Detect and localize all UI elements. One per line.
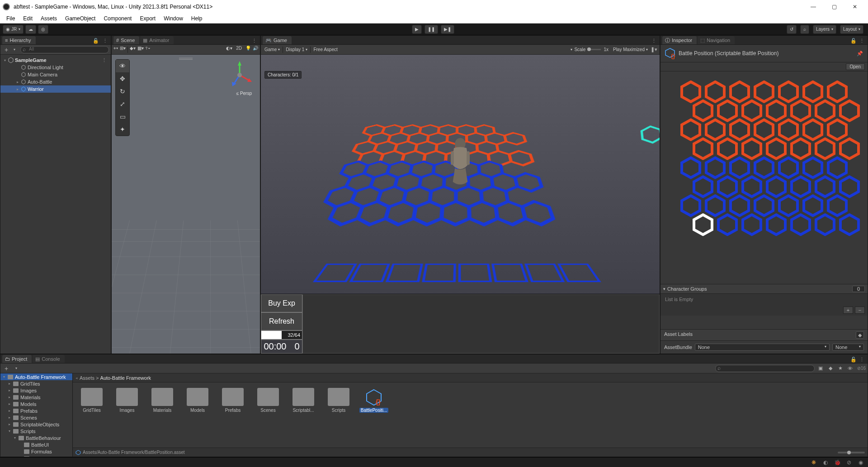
hex-cell[interactable] (814, 137, 836, 160)
asset-folder[interactable]: GridTiles (78, 388, 105, 413)
menu-assets[interactable]: Assets (37, 14, 61, 23)
search-by-label-icon[interactable]: ◆ (826, 365, 835, 372)
cache-server-icon[interactable]: ⊘ (845, 459, 853, 466)
close-button[interactable]: ✕ (844, 0, 865, 13)
scene-view[interactable]: 👁 ✥ ↻ ⤢ ▭ ✦ (112, 55, 260, 354)
pivot-toggle[interactable]: ⌖▾ (113, 46, 118, 54)
menu-help[interactable]: Help (188, 14, 206, 23)
tab-navigation[interactable]: ⬚Navigation (698, 36, 735, 44)
thumbnail-size-slider[interactable] (838, 452, 865, 453)
buy-exp-button[interactable]: Buy Exp (261, 294, 302, 312)
project-tree-item[interactable]: ▸Materials (0, 394, 72, 401)
asset-bundle-dropdown[interactable]: None▾ (695, 344, 830, 351)
hex-cell[interactable] (741, 99, 763, 122)
hex-cell[interactable] (838, 175, 861, 198)
hidden-packages-icon[interactable]: 👁 (846, 365, 854, 372)
hex-cell[interactable] (814, 175, 836, 198)
asset-folder[interactable]: Scriptabl... (290, 388, 317, 413)
menu-export[interactable]: Export (136, 14, 159, 23)
hex-cell[interactable] (765, 213, 788, 236)
tab-hierarchy[interactable]: ≡Hierarchy (2, 36, 36, 44)
pause-button[interactable]: ❚❚ (425, 25, 438, 34)
asset-folder[interactable]: Materials (149, 388, 176, 413)
asset-scriptable-object[interactable]: {}BattlePositi... (360, 388, 387, 413)
menu-component[interactable]: Component (100, 14, 135, 23)
scene-row[interactable]: ▾ SampleGame ⋮ (0, 57, 111, 64)
draw-mode-dropdown[interactable]: ◐▾ (226, 46, 232, 54)
project-create-button[interactable]: + (2, 365, 10, 372)
asset-folder[interactable]: Prefabs (219, 388, 246, 413)
tab-game[interactable]: 🎮Game (263, 36, 292, 44)
hex-cell[interactable] (692, 213, 714, 236)
shop-area[interactable] (302, 294, 660, 354)
maximize-button[interactable]: ▢ (824, 0, 844, 13)
hierarchy-search[interactable]: All (20, 46, 109, 53)
asset-folder[interactable]: Images (113, 388, 141, 413)
inspector-lock-icon[interactable]: 🔓 (849, 37, 858, 44)
hierarchy-item[interactable]: ▸ Auto-Battle (0, 78, 111, 85)
menu-file[interactable]: File (3, 14, 19, 23)
game-view-dropdown[interactable]: Game▾ (263, 47, 282, 52)
character-groups-header[interactable]: ▾ Character Groups 0 (660, 284, 868, 294)
undo-history-button[interactable]: ↺ (787, 25, 797, 34)
scene-tab-menu-icon[interactable]: ⋮ (250, 37, 258, 44)
account-dropdown[interactable]: ◉JR▾ (3, 25, 24, 34)
project-tree-item[interactable]: ▾BattleBehaviour (0, 434, 72, 441)
hierarchy-item[interactable]: ▸ Warrior (0, 85, 111, 93)
menu-gameobject[interactable]: GameObject (61, 14, 99, 23)
asset-bundle-variant-dropdown[interactable]: None▾ (832, 344, 864, 351)
breadcrumb[interactable]: ◂ Assets > Auto-Battle Framework (73, 373, 868, 382)
chevron-down-icon[interactable]: ▾ (12, 365, 20, 372)
scene-menu-icon[interactable]: ⋮ (100, 57, 108, 64)
inspector-menu-icon[interactable]: ⋮ (858, 37, 866, 44)
view-tool[interactable]: 👁 (116, 60, 129, 72)
snap-increment[interactable]: ⫯▾ (146, 46, 150, 54)
hex-cell[interactable] (789, 213, 812, 236)
hex-cell[interactable] (692, 175, 714, 198)
orientation-gizmo[interactable] (224, 59, 255, 91)
project-tree-item[interactable]: Fusion (0, 455, 72, 457)
hex-cell[interactable] (789, 99, 812, 122)
hex-cell[interactable] (789, 137, 812, 160)
hex-cell[interactable] (838, 213, 861, 236)
project-lock-icon[interactable]: 🔓 (849, 356, 858, 363)
open-asset-button[interactable]: Open (846, 63, 865, 70)
asset-folder[interactable]: Scripts (325, 388, 352, 413)
game-tab-menu-icon[interactable]: ⋮ (650, 37, 658, 44)
layout-dropdown[interactable]: Layout▾ (840, 25, 863, 34)
project-menu-icon[interactable]: ⋮ (858, 356, 866, 363)
tab-project[interactable]: 🗀Project (2, 355, 32, 363)
display-dropdown[interactable]: Display 1▾ (284, 47, 309, 52)
list-remove-button[interactable]: − (855, 307, 865, 314)
hex-cell[interactable] (741, 213, 763, 236)
refresh-button[interactable]: Refresh (261, 312, 302, 330)
list-add-button[interactable]: + (843, 307, 853, 314)
hex-cell[interactable] (716, 175, 739, 198)
project-tree[interactable]: ▾Auto-Battle Framework▸GridTiles▸Images▸… (0, 373, 73, 457)
hex-cell[interactable] (692, 99, 714, 122)
hierarchy-create-button[interactable]: + (2, 46, 10, 53)
project-tree-item[interactable]: BattleUI (0, 441, 72, 448)
cloud-button[interactable]: ☁ (25, 25, 36, 34)
project-tree-item[interactable]: Formulas (0, 448, 72, 455)
services-button[interactable]: ◎ (38, 25, 48, 34)
game-settings-icon[interactable]: ❚▾ (650, 46, 658, 53)
hierarchy-lock-icon[interactable]: 🔓 (92, 37, 100, 44)
project-tree-item[interactable]: ▸GridTiles (0, 380, 72, 387)
scene-light-toggle[interactable]: 💡 (245, 46, 251, 54)
asset-grid[interactable]: GridTilesImagesMaterialsModelsPrefabsSce… (73, 382, 868, 448)
asset-folder[interactable]: Scenes (255, 388, 282, 413)
asset-folder[interactable]: Models (184, 388, 211, 413)
hex-cell[interactable] (741, 175, 763, 198)
layers-dropdown[interactable]: Layers▾ (813, 25, 836, 34)
menu-window[interactable]: Window (160, 14, 187, 23)
hex-cell[interactable] (716, 137, 739, 160)
hex-cell[interactable] (789, 175, 812, 198)
debug-mode-icon[interactable]: 🐞 (834, 459, 841, 466)
tab-animator[interactable]: ▦Animator (140, 36, 174, 44)
drag-handle-icon[interactable] (179, 57, 193, 60)
hex-cell[interactable] (814, 99, 836, 122)
save-search-icon[interactable]: ★ (836, 365, 844, 372)
project-tree-item[interactable]: ▸ScriptableObjects (0, 421, 72, 428)
rotate-tool[interactable]: ↻ (116, 85, 129, 98)
